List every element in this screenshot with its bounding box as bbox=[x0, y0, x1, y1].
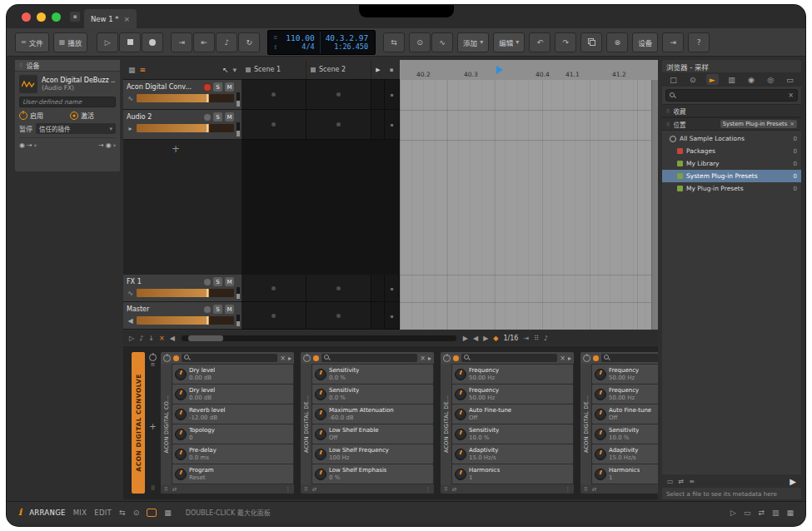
parameter-knob[interactable] bbox=[175, 389, 187, 400]
play-panel-icon[interactable]: ▷ bbox=[730, 509, 736, 517]
tab-arrange[interactable]: ARRANGE bbox=[29, 509, 66, 517]
track-name[interactable]: Acon Digital Conv... bbox=[127, 83, 202, 91]
chain-list-icon[interactable]: ≡ bbox=[151, 361, 156, 368]
browser-location-item[interactable]: All Sample Locations 0 bbox=[662, 132, 801, 145]
metronome-button[interactable]: ♪ bbox=[216, 32, 237, 52]
device-parameter[interactable]: Topology 0 bbox=[172, 424, 293, 444]
device-parameter[interactable]: Auto Fine-tune Off bbox=[452, 404, 573, 424]
device-parameter[interactable]: Pre-delay 0.0 ms bbox=[172, 444, 293, 464]
parameter-knob[interactable] bbox=[315, 469, 326, 480]
parameter-knob[interactable] bbox=[455, 389, 466, 400]
parameter-knob[interactable] bbox=[595, 389, 606, 400]
browser-location-item[interactable]: My Library 0 bbox=[662, 157, 801, 170]
browser-location-item[interactable]: System Plug-in Presets 0 bbox=[662, 170, 801, 182]
activate-toggle[interactable]: 激活 bbox=[70, 111, 116, 120]
device-convolve[interactable]: × ▸ ACON DIGITAL CO... Dry level 0.00 dB… bbox=[161, 352, 294, 494]
device-parameter[interactable]: Frequency 50.00 Hz bbox=[452, 365, 573, 384]
transport-display[interactable]: ≡ ↕ 110.00 4/4 40.3.2.97 1:26.450 bbox=[267, 30, 376, 55]
dashboard-button[interactable]: ▦ 播放 bbox=[53, 32, 88, 52]
device-power-icon[interactable] bbox=[303, 355, 311, 362]
scene-2[interactable]: Scene 2 bbox=[306, 60, 371, 79]
browser-location-item[interactable]: My Plug-in Presets 0 bbox=[662, 182, 801, 195]
device-search-input[interactable] bbox=[601, 354, 658, 362]
device-parameter[interactable]: Frequency 50.00 Hz bbox=[452, 385, 573, 404]
loop-button[interactable]: ↻ bbox=[238, 32, 260, 52]
parameter-knob[interactable] bbox=[315, 409, 326, 420]
parameter-knob[interactable] bbox=[455, 469, 466, 480]
tempo-updown-icon[interactable]: ↕ bbox=[273, 44, 277, 51]
follow-playback-icon[interactable]: ▷ bbox=[129, 335, 134, 342]
pointer-tool-icon[interactable]: ↖ bbox=[222, 66, 229, 74]
device-parameter[interactable]: Sensitivity 10.0 % bbox=[452, 424, 573, 444]
location-filter-chip[interactable]: System Plug-in Presets × bbox=[720, 120, 797, 128]
nudge-icon[interactable]: ⇆ bbox=[119, 509, 126, 517]
device-dehum-2[interactable]: × ▸ ACON DIGITAL DE... Frequency 50.00 H… bbox=[580, 352, 658, 494]
device-parameter[interactable]: Dry level 0.00 dB bbox=[172, 365, 293, 384]
device-debuzz[interactable]: × ▸ ACON DIGITAL DE... Sensitivity 0.0 %… bbox=[301, 352, 434, 494]
more-icon[interactable]: ⋮ bbox=[426, 486, 431, 493]
automation-panel-icon[interactable]: ⇄ bbox=[758, 509, 765, 517]
punch-out-button[interactable]: ⇤ bbox=[193, 32, 215, 52]
extend-icon[interactable]: ⇥ bbox=[523, 335, 529, 342]
track-device-rail[interactable]: ACON DIGITAL CONVOLVE bbox=[132, 352, 145, 494]
more-icon[interactable]: ⋮ bbox=[565, 486, 571, 493]
record-arm-button[interactable] bbox=[204, 279, 211, 285]
drag-handle-icon[interactable]: ⠿ bbox=[151, 485, 155, 492]
horizontal-scrollbar[interactable] bbox=[182, 335, 456, 341]
clip-stop-button[interactable]: ▪ bbox=[385, 302, 400, 330]
clip-slot[interactable] bbox=[371, 275, 385, 302]
cancel-button[interactable]: ⊗ bbox=[606, 32, 628, 52]
scrollbar-thumb[interactable] bbox=[188, 335, 223, 341]
clip-slot[interactable] bbox=[242, 275, 306, 302]
device-title-rail[interactable]: ACON DIGITAL DE... bbox=[301, 364, 311, 484]
zoom-window-button[interactable] bbox=[52, 12, 61, 22]
drag-handle-icon[interactable]: ⠿ bbox=[444, 486, 448, 493]
track-header-acon[interactable]: Acon Digital Conv... S M ∿ bbox=[123, 80, 242, 110]
file-menu-button[interactable]: ≡ 文件 bbox=[15, 32, 49, 52]
auto-play-icon[interactable]: ⇄ bbox=[679, 478, 685, 485]
panel-right-toggle[interactable]: ⇥ bbox=[662, 32, 684, 52]
device-parameter[interactable]: Low Shelf Frequency 100 Hz bbox=[312, 444, 433, 464]
clip-stop-button[interactable]: ▪ bbox=[385, 275, 400, 302]
device-parameter[interactable]: Auto Fine-tune Off bbox=[592, 404, 658, 424]
device-parameter[interactable]: Program Reset bbox=[172, 464, 293, 484]
device-search-input[interactable] bbox=[461, 354, 557, 362]
zoom-in-icon[interactable]: ▶ bbox=[483, 335, 488, 342]
arranger-scrollbar[interactable] bbox=[651, 80, 658, 330]
device-search-input[interactable] bbox=[182, 354, 277, 362]
mute-button[interactable]: M bbox=[225, 305, 234, 314]
device-parameter[interactable]: Adaptivity 15.0 Hz/s bbox=[592, 444, 658, 464]
collections-icon[interactable]: □ bbox=[667, 74, 680, 85]
stop-all-clips-icon[interactable]: ▪ bbox=[385, 67, 398, 73]
browser-location-item[interactable]: Packages 0 bbox=[662, 145, 801, 157]
track-name[interactable]: Master bbox=[127, 305, 202, 313]
close-icon[interactable]: × bbox=[560, 355, 565, 362]
device-parameter[interactable]: Sensitivity 10.0 % bbox=[592, 424, 658, 444]
audio-output-routing[interactable]: → ◉ ▾ bbox=[98, 141, 116, 149]
preview-play-icon[interactable]: ▶ bbox=[790, 477, 796, 486]
clip-stop-button[interactable]: ▪ bbox=[385, 80, 400, 110]
snap-icon[interactable]: ◆ bbox=[493, 335, 498, 342]
mute-button[interactable]: M bbox=[225, 82, 234, 92]
list-icon[interactable]: ≡ bbox=[689, 478, 695, 485]
device-title-rail[interactable]: ACON DIGITAL CO... bbox=[161, 364, 172, 484]
expand-icon[interactable]: ▸ bbox=[568, 355, 571, 362]
device-title-rail[interactable]: ACON DIGITAL DE... bbox=[441, 364, 451, 484]
close-tab-icon[interactable]: × bbox=[124, 15, 131, 23]
modulators-icon[interactable]: ◎ bbox=[765, 74, 777, 85]
scene-1[interactable]: Scene 1 bbox=[242, 60, 306, 79]
position-time[interactable]: 1:26.450 bbox=[334, 43, 368, 51]
clip-slot[interactable] bbox=[242, 110, 306, 140]
device-dehum-1[interactable]: × ▸ ACON DIGITAL DE... Frequency 50.00 H… bbox=[441, 352, 574, 494]
parameter-knob[interactable] bbox=[175, 429, 187, 440]
tool-dropdown-icon[interactable]: ▾ bbox=[232, 66, 237, 74]
volume-fader[interactable] bbox=[137, 94, 234, 102]
remove-filter-icon[interactable]: × bbox=[790, 121, 795, 127]
tempo-value[interactable]: 110.00 bbox=[286, 33, 314, 42]
device-parameter[interactable]: Maximum Attenuation -60.0 dB bbox=[312, 404, 433, 424]
solo-button[interactable]: S bbox=[213, 277, 222, 286]
insert-icon[interactable]: ↓ bbox=[148, 335, 154, 342]
clear-search-icon[interactable]: × bbox=[788, 92, 794, 99]
locations-section-header[interactable]: ⠿ 位置 System Plug-in Presets × bbox=[662, 117, 801, 131]
project-tab[interactable]: New 1 * × bbox=[84, 9, 137, 28]
